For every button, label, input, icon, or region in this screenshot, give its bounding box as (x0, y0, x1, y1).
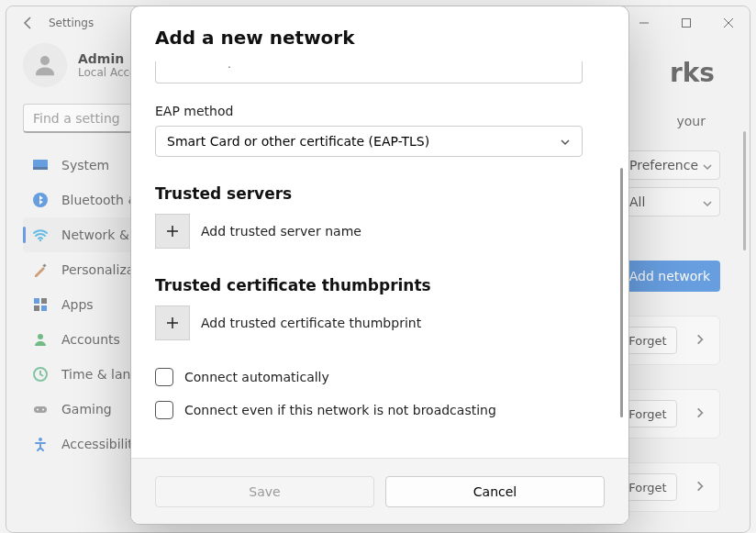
svg-rect-16 (34, 406, 47, 413)
svg-rect-10 (34, 298, 39, 304)
svg-point-18 (42, 409, 44, 411)
cancel-label: Cancel (473, 484, 517, 499)
scrollbar[interactable] (740, 131, 748, 532)
plus-icon (165, 224, 180, 239)
chevron-down-icon (560, 136, 571, 150)
svg-rect-9 (42, 263, 46, 267)
bluetooth-icon (32, 192, 49, 208)
connect-hidden-checkbox[interactable] (155, 401, 173, 419)
dialog-title: Add a new network (155, 27, 605, 49)
svg-rect-6 (33, 167, 48, 170)
sort-value: Preference (629, 158, 698, 172)
thumbprints-heading: Trusted certificate thumbprints (155, 276, 619, 294)
svg-rect-12 (34, 305, 39, 311)
trusted-servers-heading: Trusted servers (155, 184, 619, 203)
svg-point-7 (33, 193, 48, 207)
chevron-right-icon (694, 405, 706, 423)
accessibility-icon (32, 436, 49, 452)
sidebar-item-label: Apps (61, 297, 94, 312)
connect-hidden-label: Connect even if this network is not broa… (184, 403, 496, 417)
chevron-right-icon (694, 479, 706, 496)
svg-point-8 (39, 239, 41, 241)
sidebar-item-label: Accessibility (61, 437, 140, 451)
window-title: Settings (49, 17, 94, 29)
sidebar-item-label: System (61, 158, 109, 172)
add-thumbprint-button[interactable] (155, 305, 190, 340)
svg-rect-11 (41, 298, 47, 304)
eap-method-value: Smart Card or other certificate (EAP-TLS… (167, 134, 429, 149)
scrollbar-thumb[interactable] (743, 131, 746, 250)
save-button[interactable]: Save (155, 476, 374, 507)
chevron-down-icon (702, 195, 713, 213)
accounts-icon (32, 331, 49, 348)
personalization-icon (32, 261, 49, 278)
add-network-dialog: Add a new network EAP method Smart Card … (130, 6, 629, 525)
svg-point-4 (40, 56, 50, 65)
time-icon (32, 366, 49, 383)
svg-point-14 (38, 334, 43, 339)
network-icon (32, 227, 49, 243)
filter-value: All (629, 194, 645, 209)
apps-icon (32, 296, 49, 313)
dialog-scrollbar-thumb[interactable] (620, 168, 623, 417)
add-network-button[interactable]: Add network (619, 261, 720, 292)
svg-rect-13 (41, 305, 47, 311)
sidebar-item-label: Accounts (61, 332, 120, 347)
save-label: Save (249, 484, 280, 499)
previous-field-bottom[interactable] (155, 61, 583, 83)
connect-automatically-label: Connect automatically (184, 370, 329, 384)
add-thumbprint-label: Add trusted certificate thumbprint (201, 316, 421, 330)
system-icon (32, 157, 49, 173)
add-trusted-server-label: Add trusted server name (201, 224, 361, 239)
add-trusted-server-button[interactable] (155, 214, 190, 249)
chevron-right-icon (694, 332, 706, 350)
connect-automatically-checkbox[interactable] (155, 368, 173, 386)
svg-point-19 (39, 438, 42, 441)
avatar (23, 43, 67, 87)
cancel-button[interactable]: Cancel (385, 476, 605, 507)
sort-dropdown[interactable]: Preference (619, 150, 720, 180)
chevron-down-icon (702, 159, 713, 176)
add-network-label: Add network (629, 269, 710, 283)
svg-point-17 (37, 409, 39, 411)
filter-dropdown[interactable]: All (619, 187, 720, 217)
svg-rect-1 (683, 19, 691, 28)
maximize-button[interactable] (665, 6, 707, 39)
close-button[interactable] (707, 6, 750, 39)
sidebar-item-label: Gaming (61, 402, 112, 416)
gaming-icon (32, 401, 49, 417)
eap-method-label: EAP method (155, 104, 619, 118)
plus-icon (165, 316, 180, 330)
back-icon[interactable] (21, 16, 36, 30)
eap-method-select[interactable]: Smart Card or other certificate (EAP-TLS… (155, 126, 583, 157)
